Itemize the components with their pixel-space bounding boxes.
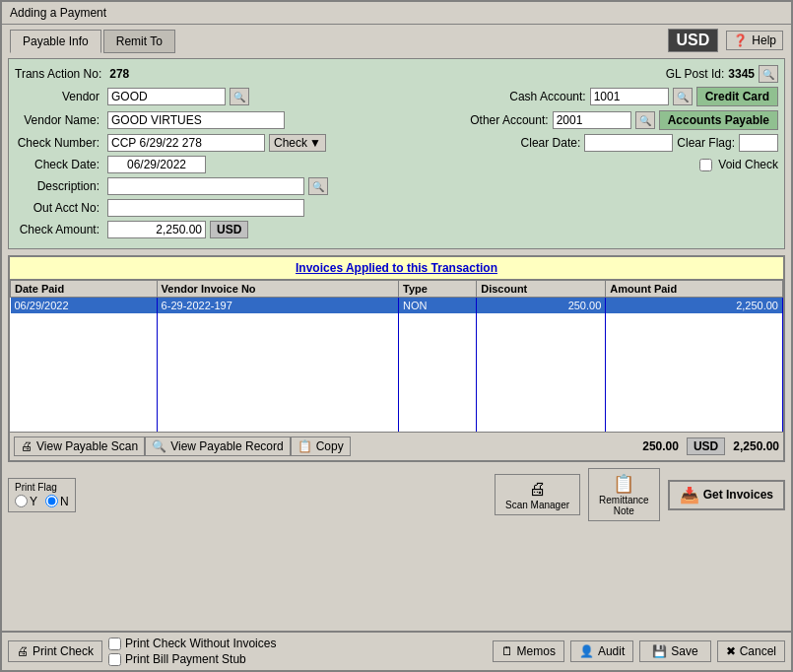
bottom-section: Print Flag Y N 🖨 Scan Manager <box>8 468 785 521</box>
trans-action-value: 278 <box>109 67 129 81</box>
view-payable-scan-button[interactable]: 🖨 View Payable Scan <box>14 437 145 456</box>
print-flag-y-radio[interactable] <box>15 495 28 507</box>
cell-vendor-invoice: 6-29-2022-197 <box>157 298 398 314</box>
empty-row-4 <box>11 372 783 392</box>
check-date-row: Check Date: Void Check <box>15 156 778 173</box>
cell-date-paid: 06/29/2022 <box>11 298 158 314</box>
print-flag-box: Print Flag Y N <box>8 478 76 512</box>
check-number-input[interactable] <box>107 134 265 152</box>
print-without-invoices-checkbox[interactable] <box>108 638 121 650</box>
void-check-checkbox[interactable] <box>699 159 712 171</box>
check-date-input[interactable] <box>107 156 206 173</box>
description-search-button[interactable]: 🔍 <box>308 177 328 195</box>
tab-payable-info[interactable]: Payable Info <box>10 30 101 53</box>
audit-button[interactable]: 👤 Audit <box>570 640 633 662</box>
other-account-input[interactable] <box>553 111 631 129</box>
col-vendor-invoice: Vendor Invoice No <box>157 281 398 298</box>
print-check-icon: 🖨 <box>17 644 29 658</box>
cash-account-label: Cash Account: <box>509 90 585 103</box>
table-header-row: Date Paid Vendor Invoice No Type Discoun… <box>11 281 783 298</box>
check-dropdown: Check ▼ <box>269 134 326 152</box>
invoice-footer: 🖨 View Payable Scan 🔍 View Payable Recor… <box>10 432 783 460</box>
clear-flag-input[interactable] <box>739 134 778 152</box>
trans-action-row: Trans Action No: 278 GL Post Id: 3345 🔍 <box>15 65 778 83</box>
out-acct-input[interactable] <box>107 199 304 217</box>
scan-manager-button[interactable]: 🖨 Scan Manager <box>495 474 580 515</box>
total-discount: 250.00 <box>642 439 679 453</box>
vendor-name-row: Vendor Name: Other Account: 🔍 Accounts P… <box>15 110 778 130</box>
gl-post-value: 3345 <box>728 67 755 81</box>
save-icon: 💾 <box>652 644 667 658</box>
empty-row-2 <box>11 333 783 353</box>
cancel-button[interactable]: ✖ Cancel <box>717 640 785 662</box>
memos-button[interactable]: 🗒 Memos <box>493 640 564 662</box>
print-bill-stub-label[interactable]: Print Bill Payment Stub <box>108 652 276 666</box>
print-options: Print Check Without Invoices Print Bill … <box>108 637 276 666</box>
scan-manager-icon: 🖨 <box>529 479 547 500</box>
check-number-label: Check Number: <box>15 136 103 150</box>
credit-card-button[interactable]: Credit Card <box>696 87 778 106</box>
cash-account-input[interactable] <box>590 88 669 105</box>
gl-post-label: GL Post Id: <box>666 67 725 81</box>
cash-account-search-button[interactable]: 🔍 <box>673 88 693 105</box>
total-usd-label: USD <box>687 437 725 455</box>
print-flag-n-option[interactable]: N <box>45 495 69 508</box>
cancel-icon: ✖ <box>726 644 736 658</box>
help-button[interactable]: ❓ Help <box>726 31 783 50</box>
usd-badge: USD <box>668 29 719 52</box>
window-title: Adding a Payment <box>10 6 106 20</box>
remittance-icon: 📋 <box>613 473 634 495</box>
print-flag-y-option[interactable]: Y <box>15 495 37 508</box>
cell-discount: 250.00 <box>477 298 606 314</box>
action-bar: 🖨 Print Check Print Check Without Invoic… <box>2 631 791 670</box>
copy-icon: 📋 <box>297 439 312 453</box>
accounts-payable-button[interactable]: Accounts Payable <box>659 110 778 130</box>
copy-button[interactable]: 📋 Copy <box>291 437 351 456</box>
print-flag-n-radio[interactable] <box>45 495 58 507</box>
record-icon: 🔍 <box>152 439 166 453</box>
check-amount-input[interactable] <box>107 221 206 238</box>
clear-date-label: Clear Date: <box>521 136 581 150</box>
get-invoices-button[interactable]: 📥 Get Invoices <box>668 480 785 510</box>
invoice-table: Date Paid Vendor Invoice No Type Discoun… <box>10 280 783 432</box>
main-window: Adding a Payment Payable Info Remit To U… <box>0 0 793 672</box>
memos-icon: 🗒 <box>501 644 513 658</box>
total-amount: 2,250.00 <box>733 439 779 453</box>
other-account-label: Other Account: <box>470 113 548 127</box>
empty-row-1 <box>11 313 783 333</box>
clear-date-input[interactable] <box>584 134 673 152</box>
table-row[interactable]: 06/29/2022 6-29-2022-197 NON 250.00 2,25… <box>11 298 783 314</box>
empty-row-5 <box>11 392 783 412</box>
print-check-button[interactable]: 🖨 Print Check <box>8 640 102 662</box>
check-number-row: Check Number: Check ▼ Clear Date: Clear … <box>15 134 778 152</box>
main-content: Trans Action No: 278 GL Post Id: 3345 🔍 … <box>2 52 791 631</box>
view-payable-record-button[interactable]: 🔍 View Payable Record <box>145 437 291 456</box>
vendor-name-label: Vendor Name: <box>15 113 103 127</box>
tab-remit-to[interactable]: Remit To <box>103 30 175 53</box>
tab-right-area: USD ❓ Help <box>668 29 783 52</box>
check-type-button[interactable]: Check ▼ <box>269 134 326 152</box>
trans-action-label: Trans Action No: <box>15 67 105 81</box>
vendor-input[interactable] <box>107 88 226 105</box>
empty-row-3 <box>11 353 783 372</box>
vendor-row: Vendor 🔍 Cash Account: 🔍 Credit Card <box>15 87 778 106</box>
gl-post-search-button[interactable]: 🔍 <box>759 65 778 83</box>
vendor-search-button[interactable]: 🔍 <box>230 88 249 105</box>
print-flag-radio-group: Y N <box>15 495 69 508</box>
title-bar: Adding a Payment <box>2 2 791 25</box>
form-section: Trans Action No: 278 GL Post Id: 3345 🔍 … <box>8 58 785 249</box>
vendor-name-input[interactable] <box>107 111 285 129</box>
cell-type: NON <box>399 298 477 314</box>
invoice-header: Invoices Applied to this Transaction <box>10 257 783 280</box>
get-invoices-icon: 📥 <box>680 486 699 504</box>
save-button[interactable]: 💾 Save <box>639 640 710 662</box>
invoice-section: Invoices Applied to this Transaction Dat… <box>8 255 785 462</box>
description-input[interactable] <box>107 177 304 195</box>
print-bill-stub-checkbox[interactable] <box>108 653 121 666</box>
print-without-invoices-label[interactable]: Print Check Without Invoices <box>108 637 276 650</box>
remittance-note-button[interactable]: 📋 Remittance Note <box>588 468 660 521</box>
other-account-search-button[interactable]: 🔍 <box>635 111 655 129</box>
description-label: Description: <box>15 179 103 193</box>
check-amount-label: Check Amount: <box>15 223 103 236</box>
vendor-label: Vendor <box>15 90 103 103</box>
